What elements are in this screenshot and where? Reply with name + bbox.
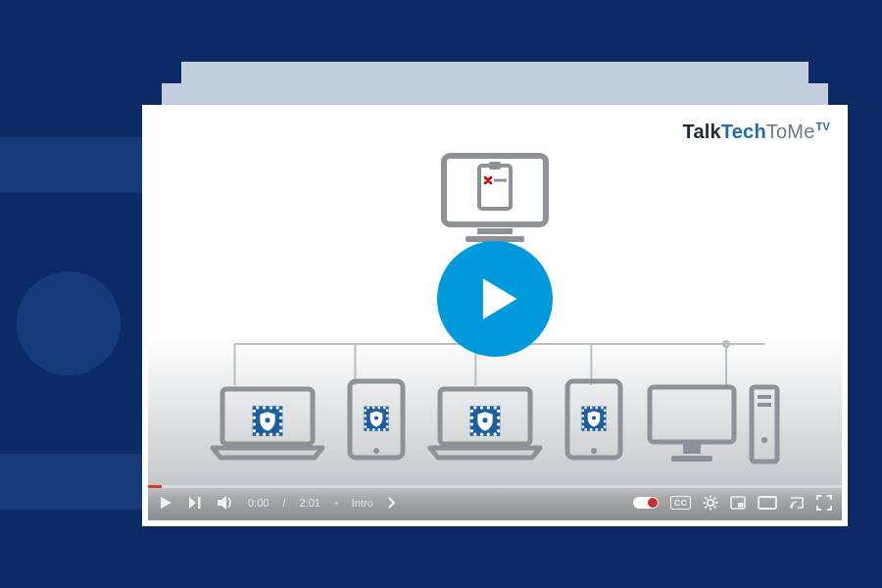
svg-rect-3: [477, 228, 513, 234]
svg-point-41: [364, 420, 367, 423]
svg-point-55: [374, 416, 378, 419]
svg-point-33: [270, 433, 272, 436]
device-row: [148, 377, 842, 466]
svg-point-47: [367, 407, 369, 410]
shield-badge-icon: [251, 405, 284, 438]
svg-line-114: [706, 507, 708, 509]
svg-point-91: [590, 428, 593, 431]
device-desktop: [644, 381, 781, 466]
video-card: TalkTechToMeTV: [142, 105, 848, 526]
play-small-button[interactable]: [158, 495, 173, 511]
svg-point-87: [590, 407, 593, 410]
svg-point-59: [470, 416, 473, 419]
svg-point-34: [276, 433, 279, 436]
svg-point-70: [473, 433, 476, 436]
chapter-label[interactable]: Intro: [352, 497, 373, 509]
miniplayer-button[interactable]: [730, 495, 746, 511]
svg-point-78: [581, 409, 584, 412]
video-player: TalkTechToMeTV: [148, 111, 842, 520]
svg-point-72: [487, 433, 490, 436]
fullscreen-button[interactable]: [816, 495, 832, 511]
next-icon: [187, 495, 203, 511]
svg-rect-99: [758, 395, 771, 399]
svg-point-86: [584, 407, 587, 410]
svg-marker-105: [218, 496, 226, 510]
cc-button[interactable]: CC: [670, 496, 691, 510]
svg-marker-16: [483, 279, 517, 319]
svg-point-71: [480, 433, 483, 436]
svg-point-35: [265, 417, 270, 422]
play-button[interactable]: [437, 241, 553, 357]
svg-line-111: [706, 498, 708, 500]
device-tablet: [346, 377, 407, 466]
play-icon: [476, 276, 521, 321]
svg-point-45: [386, 420, 389, 423]
controls-right: CC: [633, 495, 832, 511]
video-controls: 0:00 / 2:01 • Intro CC: [148, 485, 842, 520]
device-laptop: [426, 383, 544, 466]
time-sep: /: [282, 497, 285, 509]
svg-point-68: [487, 406, 490, 409]
device-tablet: [564, 377, 624, 466]
autoplay-toggle[interactable]: [633, 497, 659, 509]
svg-point-83: [604, 415, 607, 417]
svg-point-26: [279, 429, 282, 432]
volume-button[interactable]: [217, 495, 234, 511]
svg-point-49: [377, 407, 380, 410]
cast-icon: [789, 495, 805, 511]
progress-bar[interactable]: [148, 485, 842, 488]
server-monitor-icon: [436, 152, 554, 245]
theater-button[interactable]: [758, 495, 777, 511]
svg-point-48: [372, 407, 375, 410]
svg-point-24: [279, 416, 282, 419]
theater-icon: [758, 495, 777, 511]
svg-point-67: [480, 406, 483, 409]
svg-point-31: [256, 433, 259, 436]
svg-point-79: [581, 415, 584, 417]
svg-point-50: [383, 407, 386, 410]
svg-point-40: [364, 415, 367, 417]
settings-button[interactable]: [703, 495, 718, 511]
shield-badge-icon: [468, 405, 502, 438]
gear-icon: [703, 495, 718, 511]
card-stack: TalkTechToMeTV: [142, 62, 848, 532]
svg-point-63: [497, 416, 500, 419]
svg-point-19: [253, 410, 256, 413]
svg-point-66: [473, 406, 476, 409]
svg-point-15: [722, 340, 730, 348]
svg-point-73: [494, 433, 497, 436]
svg-point-53: [377, 428, 380, 431]
svg-marker-103: [189, 497, 196, 509]
chapter-chevron[interactable]: [387, 495, 397, 511]
monitor-icon: [644, 381, 740, 466]
svg-point-106: [708, 500, 713, 506]
svg-point-76: [591, 448, 597, 454]
shield-badge-icon: [363, 405, 390, 432]
svg-point-30: [276, 406, 279, 409]
svg-point-39: [364, 409, 367, 412]
svg-point-84: [604, 420, 607, 423]
svg-point-23: [279, 410, 282, 413]
network-diagram: [148, 111, 842, 520]
svg-point-92: [595, 428, 598, 431]
svg-point-52: [372, 428, 375, 431]
svg-point-54: [383, 428, 386, 431]
svg-point-44: [386, 415, 389, 417]
svg-point-25: [279, 422, 282, 425]
svg-point-64: [497, 422, 500, 425]
chevron-right-icon: [387, 495, 397, 511]
svg-point-32: [263, 433, 266, 436]
svg-point-46: [386, 425, 389, 428]
svg-point-93: [601, 428, 604, 431]
time-current: 0:00: [248, 497, 269, 509]
svg-point-101: [761, 437, 767, 443]
cast-button[interactable]: [789, 495, 805, 511]
svg-point-61: [470, 429, 473, 432]
chapter-sep: •: [334, 497, 338, 509]
svg-point-94: [592, 416, 596, 419]
svg-point-74: [482, 417, 487, 422]
svg-point-29: [270, 406, 272, 409]
svg-point-88: [595, 407, 598, 410]
svg-point-90: [584, 428, 587, 431]
next-button[interactable]: [187, 495, 203, 511]
